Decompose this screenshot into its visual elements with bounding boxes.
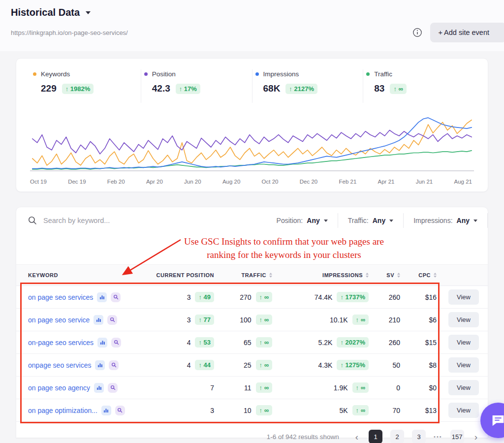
x-axis-tick-label: Apr 20 xyxy=(146,179,163,185)
metric-value: 68K xyxy=(263,83,281,94)
impressions-value: 1.9K xyxy=(334,384,348,392)
filters: Position: Any Traffic: Any Impressions: … xyxy=(267,213,488,228)
filter-label: Traffic: xyxy=(348,217,369,224)
column-header-impressions[interactable]: IMPRESSIONS xyxy=(272,272,369,278)
page-button-2[interactable]: 2 xyxy=(390,430,404,443)
table-body: on page seo services 3↑ 49 270↑ ∞ 74.4K↑… xyxy=(16,286,488,422)
metric-change-badge: ↑ 17% xyxy=(176,84,200,94)
bar-chart-icon[interactable] xyxy=(97,292,107,302)
view-button[interactable]: View xyxy=(448,403,479,418)
cpc-value: $16 xyxy=(425,293,437,301)
column-header-label: SV xyxy=(386,272,394,278)
sv-value: 50 xyxy=(392,361,400,369)
table-row: on page seo services 3↑ 49 270↑ ∞ 74.4K↑… xyxy=(16,286,488,309)
current-position-value: 3 xyxy=(187,293,191,301)
view-button[interactable]: View xyxy=(448,312,479,327)
current-position-value: 4 xyxy=(187,339,191,347)
title-dropdown-caret-icon[interactable] xyxy=(86,11,91,14)
metric-label: Position xyxy=(152,70,176,78)
x-axis-tick-label: Dec 20 xyxy=(300,179,317,185)
keyword-link[interactable]: on page seo service xyxy=(28,316,90,324)
page-button-3[interactable]: 3 xyxy=(412,430,426,443)
impressions-change-badge: ↑ ∞ xyxy=(352,382,369,393)
title-row: Historical Data xyxy=(11,7,493,18)
bar-chart-icon[interactable] xyxy=(95,360,105,370)
view-button[interactable]: View xyxy=(448,335,479,350)
traffic-change-badge: ↑ ∞ xyxy=(256,360,272,370)
filter-value: Any xyxy=(307,217,319,224)
app-page: Historical Data https://linkgraph.io/on-… xyxy=(0,0,504,443)
impressions-change-badge: ↑ 2027% xyxy=(337,337,369,348)
x-axis-tick-label: Feb 20 xyxy=(107,179,125,185)
view-button[interactable]: View xyxy=(448,380,479,395)
annotation-line1: Use GSC Insights to confirm that your we… xyxy=(80,235,488,248)
bar-chart-icon[interactable] xyxy=(97,338,107,348)
view-button[interactable]: View xyxy=(448,289,479,305)
keyword-link[interactable]: on page seo agency xyxy=(28,384,90,392)
metric-change-badge: ↑ 1982% xyxy=(62,84,94,94)
bar-chart-icon[interactable] xyxy=(101,406,111,415)
traffic-change-badge: ↑ ∞ xyxy=(256,405,272,415)
cpc-value: $0 xyxy=(429,384,437,392)
filter-impressions[interactable]: Impressions: Any xyxy=(404,213,488,228)
view-button[interactable]: View xyxy=(448,357,479,373)
metric-change-badge: ↑ 2127% xyxy=(285,84,317,94)
metric-label: Traffic xyxy=(374,70,392,78)
column-header-cpc[interactable]: CPC xyxy=(400,272,437,278)
magnifier-icon[interactable] xyxy=(111,338,121,348)
search-input[interactable] xyxy=(43,217,147,224)
bar-chart-icon[interactable] xyxy=(94,315,103,325)
impressions-value: 74.4K xyxy=(315,293,333,301)
x-axis-tick-label: Jun 21 xyxy=(416,179,433,185)
keyword-link[interactable]: on page seo services xyxy=(28,293,93,301)
keyword-link[interactable]: on page optimization... xyxy=(28,407,97,414)
sort-icon[interactable] xyxy=(434,273,437,278)
filter-position[interactable]: Position: Any xyxy=(267,213,338,228)
sv-value: 260 xyxy=(389,339,400,347)
page-button-1[interactable]: 1 xyxy=(369,430,382,443)
keyword-link[interactable]: on-page seo services xyxy=(28,339,94,347)
info-icon[interactable] xyxy=(412,28,422,37)
sv-value: 260 xyxy=(389,293,400,301)
traffic-change-badge: ↑ ∞ xyxy=(256,337,272,348)
magnifier-icon[interactable] xyxy=(111,292,121,302)
traffic-change-badge: ↑ ∞ xyxy=(256,315,272,325)
position-change-badge: ↑ 49 xyxy=(195,292,214,302)
page-button-last[interactable]: 157 xyxy=(450,430,464,443)
cpc-value: $13 xyxy=(425,407,437,414)
column-header-current-position[interactable]: CURRENT POSITION xyxy=(145,272,214,278)
sub-row: https://linkgraph.io/on-page-seo-service… xyxy=(11,23,493,42)
bar-chart-icon[interactable] xyxy=(94,383,104,393)
impressions-value: 5K xyxy=(339,407,347,414)
prev-page-icon[interactable]: ‹ xyxy=(353,432,361,442)
magnifier-icon[interactable] xyxy=(107,315,117,325)
x-axis-tick-label: Feb 21 xyxy=(339,179,356,185)
x-axis-tick-label: Apr 21 xyxy=(378,179,395,185)
magnifier-icon[interactable] xyxy=(108,383,118,393)
column-header-label: IMPRESSIONS xyxy=(322,272,363,278)
traffic-value: 65 xyxy=(244,339,252,347)
keyword-link[interactable]: onpage seo services xyxy=(28,361,91,369)
sv-value: 210 xyxy=(389,316,400,324)
annotation-text: Use GSC Insights to confirm that your we… xyxy=(16,234,488,264)
table-row: on page seo service 3↑ 77 100↑ ∞ 10.1K↑ … xyxy=(16,309,488,331)
x-axis-tick-label: Aug 20 xyxy=(222,179,240,185)
filter-traffic[interactable]: Traffic: Any xyxy=(338,213,404,228)
cpc-value: $6 xyxy=(429,316,437,324)
sv-value: 70 xyxy=(392,407,400,414)
cpc-value: $8 xyxy=(429,361,437,369)
next-page-icon[interactable]: › xyxy=(472,432,480,442)
column-header-traffic[interactable]: TRAFFIC xyxy=(214,272,272,278)
current-position-value: 3 xyxy=(210,407,214,414)
impressions-change-badge: ↑ ∞ xyxy=(352,405,369,415)
magnifier-icon[interactable] xyxy=(109,360,119,370)
table-row: on page optimization... 3 10↑ ∞ 5K↑ ∞ 70… xyxy=(16,399,488,422)
keywords-table-card: Position: Any Traffic: Any Impressions: … xyxy=(16,207,488,438)
column-header-keyword[interactable]: KEYWORD xyxy=(28,272,145,278)
add-site-event-button[interactable]: + Add site event xyxy=(430,23,504,42)
traffic-change-badge: ↑ ∞ xyxy=(256,292,272,302)
magnifier-icon[interactable] xyxy=(115,406,125,415)
current-position-value: 4 xyxy=(187,361,191,369)
x-axis-tick-label: Aug 21 xyxy=(454,179,472,185)
column-header-sv[interactable]: SV xyxy=(369,272,400,278)
